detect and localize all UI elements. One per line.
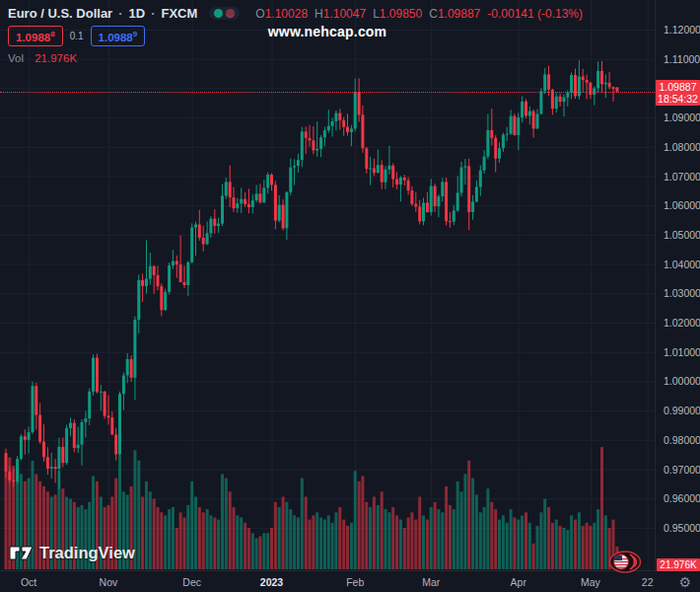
volume-bar: [582, 526, 585, 569]
indicator-visibility-toggle[interactable]: [209, 7, 240, 20]
candle-body: [502, 135, 505, 149]
price-tick-label: 1.04000: [664, 259, 700, 270]
candle-body: [381, 165, 384, 183]
price-tick-label: 0.97000: [664, 464, 700, 476]
volume-bar: [312, 515, 315, 569]
open-value: 1.10028: [265, 7, 308, 21]
volume-bar: [175, 528, 178, 569]
candle-body: [543, 74, 546, 91]
volume-label: Vol: [8, 52, 24, 64]
candle-wick: [464, 159, 465, 185]
gear-icon[interactable]: ⚙: [678, 574, 691, 590]
tradingview-attribution[interactable]: TradingView: [9, 544, 135, 562]
candle-body: [57, 447, 60, 469]
interval-label[interactable]: 1D: [129, 6, 146, 21]
candle-body: [285, 192, 288, 229]
volume-bar: [586, 523, 589, 569]
candle-body: [414, 204, 417, 207]
candle-wick: [29, 426, 30, 453]
volume-bar: [600, 447, 603, 569]
volume-bar: [301, 479, 304, 569]
candle-body: [506, 134, 509, 135]
volume-bar: [172, 507, 175, 569]
volume-bar: [539, 512, 542, 569]
volume-bar: [377, 505, 380, 569]
candle-wick: [374, 159, 375, 177]
volume-bar: [445, 486, 448, 569]
volume-bar: [361, 477, 364, 570]
tradingview-logo-icon: [9, 544, 34, 562]
candle-body: [61, 447, 64, 463]
candle-body: [172, 261, 175, 266]
volume-bar: [475, 494, 478, 569]
candle-body: [38, 415, 41, 442]
volume-bar: [471, 479, 474, 569]
candle-body: [145, 279, 148, 286]
volume-bar: [297, 518, 300, 570]
volume-bar: [456, 481, 459, 569]
candle-wick: [332, 117, 333, 136]
buy-ask-button[interactable]: 1.09889: [91, 26, 146, 46]
candle-body: [483, 157, 486, 171]
volume-bar: [555, 520, 558, 569]
volume-bar: [391, 507, 394, 569]
volume-bar: [198, 507, 201, 569]
close-value: 1.09887: [438, 7, 480, 21]
candle-body: [297, 160, 300, 166]
candle-body: [282, 205, 285, 229]
volume-bar: [430, 507, 433, 569]
volume-bar: [365, 502, 368, 569]
candle-body: [16, 459, 19, 481]
volume-bar: [315, 512, 318, 569]
candlestick-chart: [0, 0, 655, 570]
time-tick-label: Apr: [511, 576, 526, 588]
volume-bar: [593, 523, 595, 569]
toggle-off-icon: [226, 9, 235, 18]
price-chart-canvas[interactable]: [0, 0, 655, 570]
volume-bar: [137, 461, 140, 569]
exchange-label[interactable]: FXCM: [162, 6, 198, 21]
volume-bar: [225, 479, 228, 569]
candle-body: [600, 71, 603, 84]
candle-body: [525, 102, 527, 116]
candle-body: [69, 423, 72, 428]
time-tick-label: Dec: [182, 576, 201, 588]
volume-bar: [160, 512, 163, 569]
candle-body: [293, 166, 296, 168]
candle-wick: [587, 75, 588, 100]
sell-bid-button[interactable]: 1.09888: [8, 26, 63, 46]
candle-body: [327, 126, 330, 131]
volume-bar: [266, 533, 269, 569]
volume-bar: [319, 518, 322, 570]
price-tick-label: 0.95000: [664, 522, 700, 534]
candle-body: [354, 92, 357, 128]
volume-bar: [354, 471, 357, 569]
candle-body: [513, 116, 516, 135]
candle-body: [582, 77, 585, 81]
volume-bar: [194, 497, 197, 570]
volume-bar: [547, 507, 550, 569]
candle-body: [164, 292, 167, 310]
volume-bar: [251, 533, 254, 569]
candle-body: [179, 264, 182, 282]
candle-body: [35, 386, 37, 414]
candle-body: [521, 102, 524, 117]
candle-body: [289, 168, 292, 192]
time-tick-label: Feb: [346, 576, 364, 588]
candle-wick: [25, 429, 26, 454]
price-tick-label: 1.08000: [664, 141, 700, 153]
high-value: 1.10047: [323, 7, 366, 21]
candle-body: [391, 166, 394, 180]
candle-wick: [85, 410, 86, 437]
symbol-title[interactable]: Euro / U.S. Dollar: [8, 6, 112, 21]
price-tick-label: 1.00000: [664, 375, 700, 387]
candle-body: [270, 175, 273, 185]
candle-body: [463, 166, 466, 167]
us-flag-broadcast-logo: [608, 550, 644, 574]
candle-body: [418, 206, 421, 221]
candle-body: [312, 140, 315, 150]
volume-bar: [578, 512, 581, 569]
candle-body: [309, 138, 312, 140]
candle-body: [24, 436, 27, 440]
time-axis[interactable]: OctNovDec2023FebMarAprMay22 ⚙: [0, 570, 700, 592]
